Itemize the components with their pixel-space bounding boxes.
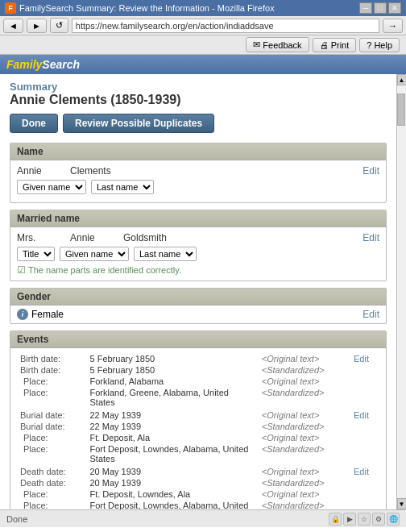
refresh-button[interactable]: ↺ xyxy=(50,18,68,33)
done-button[interactable]: Done xyxy=(10,114,58,133)
married-name-types-row: Title Given name Last name xyxy=(17,247,379,261)
scroll-down-button[interactable]: ▼ xyxy=(397,498,407,509)
married-name-edit-link[interactable]: Edit xyxy=(362,232,379,243)
event-type-cell: Place: xyxy=(17,500,86,509)
name-section-header: Name xyxy=(10,143,386,160)
feedback-button[interactable]: ✉ Feedback xyxy=(246,37,309,52)
summary-label: Summary xyxy=(10,81,387,93)
go-button[interactable]: → xyxy=(383,19,403,33)
event-edit-cell xyxy=(350,500,379,509)
married-name-values-row: Mrs. Annie Goldsmith Edit xyxy=(17,232,379,243)
browser-toolbar: ✉ Feedback 🖨 Print ? Help xyxy=(0,35,406,55)
event-row: Burial date:22 May 1939<Standardized> xyxy=(17,421,379,432)
person-name: Annie Clements (1850-1939) xyxy=(10,93,387,107)
name-edit-link[interactable]: Edit xyxy=(362,165,379,177)
event-edit-link[interactable]: Edit xyxy=(354,467,369,476)
event-row: Place:Ft. Deposit, Ala<Original text> xyxy=(17,432,379,443)
event-value-cell: 5 February 1850 xyxy=(86,364,258,376)
event-edit-cell[interactable]: Edit xyxy=(350,353,379,364)
close-button[interactable]: ✕ xyxy=(388,2,401,14)
nav-bar: ◄ ► ↺ → xyxy=(0,16,406,35)
scroll-track[interactable] xyxy=(397,85,406,498)
status-icon-2: ☆ xyxy=(358,513,371,526)
event-edit-link[interactable]: Edit xyxy=(354,354,369,364)
status-icon-4: 🌐 xyxy=(387,513,400,526)
browser-icon: F xyxy=(5,2,16,14)
given-name-value: Annie xyxy=(17,165,65,177)
print-icon: 🖨 xyxy=(320,40,329,50)
name-section: Name Annie Clements Edit Given name Last… xyxy=(10,143,387,203)
events-table: Birth date:5 February 1850<Original text… xyxy=(17,353,379,509)
status-icon-3: ⚙ xyxy=(372,513,385,526)
married-given-select[interactable]: Given name xyxy=(60,247,129,261)
event-type-cell: Place: xyxy=(17,488,86,500)
event-type-cell: Birth date: xyxy=(17,353,86,364)
scroll-thumb[interactable] xyxy=(397,94,405,126)
event-orig-cell: <Original text> xyxy=(259,466,350,477)
title-bar: F FamilySearch Summary: Review the Infor… xyxy=(0,0,406,16)
married-last-select[interactable]: Last name xyxy=(134,247,197,261)
event-orig-cell: <Original text> xyxy=(259,353,350,364)
fs-logo: FamilySearch xyxy=(6,58,80,71)
gender-edit-link[interactable]: Edit xyxy=(362,309,379,320)
event-edit-cell xyxy=(350,421,379,432)
scroll-up-button[interactable]: ▲ xyxy=(397,74,407,85)
feedback-icon: ✉ xyxy=(253,39,260,50)
address-bar[interactable] xyxy=(72,19,379,33)
married-name-header: Married name xyxy=(10,210,386,227)
event-edit-cell[interactable]: Edit xyxy=(350,466,379,477)
event-row: Place:Forkland, Greene, Alabama, United … xyxy=(17,387,379,408)
review-duplicates-button[interactable]: Review Possible Duplicates xyxy=(63,114,214,133)
gender-section-header: Gender xyxy=(10,289,386,305)
event-type-cell: Death date: xyxy=(17,466,86,477)
event-value-cell: Ft. Deposit, Ala xyxy=(86,432,258,443)
name-section-body: Annie Clements Edit Given name Last name xyxy=(10,160,386,202)
event-orig-cell: <Standardized> xyxy=(259,477,350,488)
title-select[interactable]: Title xyxy=(17,247,55,261)
gender-value: Female xyxy=(31,309,64,320)
name-type-row: Given name Last name xyxy=(17,180,379,194)
forward-button[interactable]: ► xyxy=(27,19,47,33)
given-name-select[interactable]: Given name xyxy=(17,180,86,194)
window-controls: ─ □ ✕ xyxy=(359,2,401,14)
help-icon: ? xyxy=(367,40,371,50)
event-row: Place:Ft. Deposit, Lowndes, Ala<Original… xyxy=(17,488,379,500)
event-edit-cell xyxy=(350,432,379,443)
gender-section: Gender i Female Edit xyxy=(10,288,387,324)
event-row: Death date:20 May 1939<Original text>Edi… xyxy=(17,466,379,477)
event-orig-cell: <Original text> xyxy=(259,488,350,500)
print-button[interactable]: 🖨 Print xyxy=(313,38,357,52)
event-value-cell: 20 May 1939 xyxy=(86,466,258,477)
event-type-cell: Place: xyxy=(17,432,86,443)
security-icon: 🔒 xyxy=(329,513,342,526)
scrollbar[interactable]: ▲ ▼ xyxy=(396,74,406,509)
event-value-cell: Fort Deposit, Lowndes, Alabama, United S… xyxy=(86,500,258,509)
last-name-select[interactable]: Last name xyxy=(91,180,154,194)
check-icon: ☑ xyxy=(17,264,26,276)
event-edit-cell xyxy=(350,488,379,500)
maximize-button[interactable]: □ xyxy=(374,2,387,14)
event-value-cell: Ft. Deposit, Lowndes, Ala xyxy=(86,488,258,500)
married-name-body: Mrs. Annie Goldsmith Edit Title Given na… xyxy=(10,227,386,281)
married-given-value: Annie xyxy=(70,232,118,243)
event-value-cell: 22 May 1939 xyxy=(86,421,258,432)
help-button[interactable]: ? Help xyxy=(359,38,400,52)
event-value-cell: Fort Deposit, Lowndes, Alabama, United S… xyxy=(86,443,258,464)
minimize-button[interactable]: ─ xyxy=(359,2,372,14)
married-name-section: Married name Mrs. Annie Goldsmith Edit T… xyxy=(10,210,387,281)
event-edit-cell[interactable]: Edit xyxy=(350,409,379,421)
event-orig-cell: <Original text> xyxy=(259,376,350,387)
back-button[interactable]: ◄ xyxy=(3,19,23,33)
window-title: FamilySearch Summary: Review the Informa… xyxy=(19,3,275,13)
event-type-cell: Death date: xyxy=(17,477,86,488)
event-value-cell: 22 May 1939 xyxy=(86,409,258,421)
event-value-cell: Forkland, Greene, Alabama, United States xyxy=(86,387,258,408)
event-row: Death date:20 May 1939<Standardized> xyxy=(17,477,379,488)
event-row: Place:Forkland, Alabama<Original text> xyxy=(17,376,379,387)
event-type-cell: Place: xyxy=(17,443,86,464)
page-content: Summary Annie Clements (1850-1939) Done … xyxy=(0,74,396,509)
event-type-cell: Place: xyxy=(17,376,86,387)
status-icon-1: ▶ xyxy=(343,513,356,526)
event-row: Place:Fort Deposit, Lowndes, Alabama, Un… xyxy=(17,500,379,509)
event-edit-link[interactable]: Edit xyxy=(354,410,369,420)
